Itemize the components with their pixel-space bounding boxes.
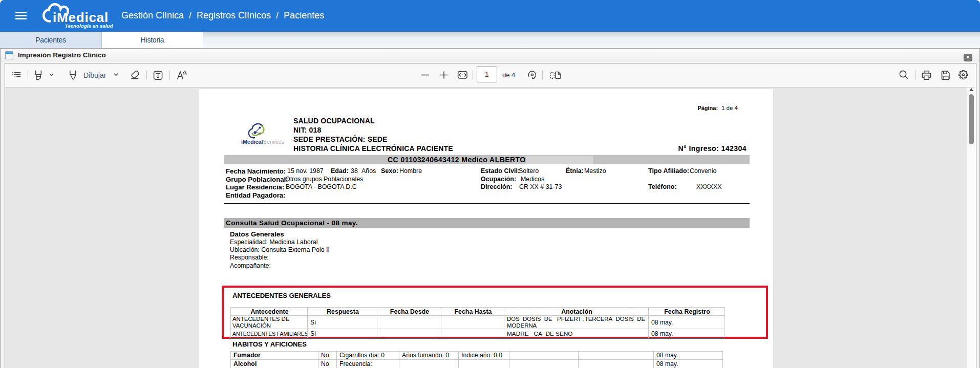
svg-text:iMedicalServices: iMedicalServices [241,139,285,145]
svg-text:Dibujar: Dibujar [83,71,106,79]
svg-text:Tecnología en salud: Tecnología en salud [65,23,114,29]
svg-text:de 4: de 4 [502,71,515,79]
